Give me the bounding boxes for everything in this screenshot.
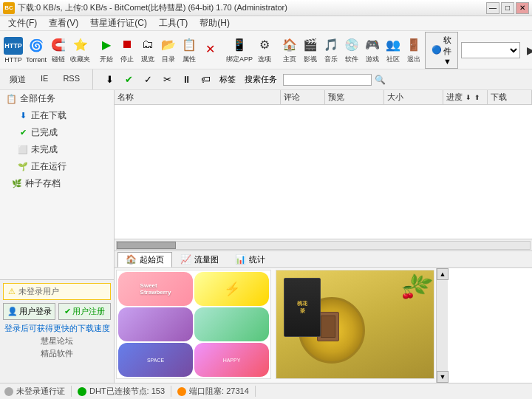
scroll-track-vertical[interactable]: [437, 280, 448, 371]
tb-magnet-button[interactable]: 🧲 磁链: [49, 33, 68, 67]
maximize-button[interactable]: □: [501, 2, 514, 14]
register-icon: ✔: [64, 307, 71, 316]
software-icon: 💿: [343, 35, 361, 53]
task-btn-check[interactable]: ✔: [120, 72, 137, 87]
tb-game-button[interactable]: 🎮 游戏: [363, 33, 382, 67]
tb-community-button[interactable]: 👥 社区: [383, 33, 403, 67]
tb-music-button[interactable]: 🎵 音乐: [321, 33, 341, 67]
sidebar-item-finished-label: 已完成: [31, 126, 58, 139]
unfinished-icon: ⬜: [18, 145, 28, 155]
login-button[interactable]: 👤 用户登录: [3, 303, 55, 320]
tb-prop-button[interactable]: 📋 属性: [180, 33, 199, 67]
prop-icon: 📋: [180, 35, 198, 53]
music-icon: 🎵: [322, 35, 340, 53]
software-link[interactable]: 精品软件: [3, 348, 111, 359]
scroll-down-button[interactable]: ▼: [437, 371, 449, 383]
speed-info[interactable]: 登录后可获得更快的下载速度: [3, 323, 111, 334]
task-btn-cut[interactable]: ✂: [159, 72, 175, 87]
task-btn-download[interactable]: ⬇: [101, 72, 117, 87]
tb-exit-button[interactable]: 🚪 退出: [404, 33, 423, 67]
task-search-input[interactable]: [283, 74, 372, 86]
menu-help[interactable]: 帮助(H): [194, 15, 235, 32]
horizontal-scrollbar[interactable]: [115, 239, 532, 250]
window-controls: — □ ✕: [486, 2, 529, 14]
col-speed-label: 下载: [491, 92, 507, 103]
dht-status-icon: [78, 387, 86, 396]
tb-collect-button[interactable]: ⭐ 收藏夹: [69, 33, 91, 67]
btab-stats-label: 统计: [249, 254, 265, 265]
forum-link[interactable]: 慧星论坛: [3, 335, 111, 347]
task-btn-verify[interactable]: ✓: [140, 72, 156, 87]
tb-http-button[interactable]: HTTP HTTP: [3, 33, 24, 67]
sidebar-item-seeds[interactable]: 🌿 种子存档: [0, 175, 114, 192]
col-comment-label: 评论: [284, 92, 300, 103]
col-comment: 评论: [281, 90, 325, 104]
preview-panel-food: 🌿 🍒 桃花茶: [276, 270, 434, 379]
nav-tab-channel[interactable]: 频道: [3, 72, 33, 87]
menu-file[interactable]: 文件(F): [3, 15, 42, 32]
task-btn-pause[interactable]: ⏸: [178, 72, 194, 87]
tb-torrent-button[interactable]: 🌀 Torrent: [25, 33, 47, 67]
btab-start[interactable]: 🏠 起始页: [117, 252, 172, 267]
stop-icon: ⏹: [118, 35, 136, 53]
tb-start-button[interactable]: ▶ 开始: [97, 33, 116, 67]
downloading-icon: ⬇: [18, 111, 28, 121]
right-scrollbar[interactable]: ▲ ▼: [436, 268, 448, 383]
exit-icon: 🚪: [405, 35, 423, 53]
dht-status-text: DHT已连接节点: 153: [89, 386, 165, 397]
sidebar-item-unfinished[interactable]: ⬜ 未完成: [0, 141, 114, 158]
btab-flow[interactable]: 📈 流量图: [172, 252, 227, 267]
tea-bag-inner: [321, 316, 335, 338]
tb-bindapp-button[interactable]: 📱 绑定APP: [225, 33, 253, 67]
tb-movie-button[interactable]: 🎬 影视: [301, 33, 320, 67]
sidebar-item-all[interactable]: 📋 全部任务: [0, 90, 114, 107]
sidebar-item-running[interactable]: 🌱 正在运行: [0, 158, 114, 175]
tb-view-label: 观览: [141, 55, 154, 64]
scroll-up-button[interactable]: ▲: [437, 268, 449, 280]
magnet-icon: 🧲: [50, 35, 67, 53]
scroll-thumb[interactable]: [117, 242, 176, 249]
menu-comet[interactable]: 彗星通行证(C): [85, 15, 152, 32]
case-item-5: SPACE: [118, 343, 193, 377]
sidebar-item-downloading[interactable]: ⬇ 正在下载: [0, 107, 114, 124]
nav-tab-ie[interactable]: IE: [34, 72, 55, 87]
sidebar-item-all-label: 全部任务: [20, 92, 55, 105]
nav-tab-rss[interactable]: RSS: [56, 72, 86, 87]
search-icon[interactable]: 🔍: [375, 75, 386, 85]
tb-stop-button[interactable]: ⏹ 停止: [117, 33, 137, 67]
seeds-icon: 🌿: [12, 179, 22, 189]
tb-bindapp-label: 绑定APP: [226, 55, 253, 64]
btab-flow-icon: 📈: [180, 254, 191, 265]
tb-option-button[interactable]: ⚙ 选项: [255, 33, 274, 67]
col-size: 大小: [384, 90, 443, 104]
sidebar-item-finished[interactable]: ✔ 已完成: [0, 124, 114, 141]
tb-dir-label: 目录: [162, 55, 175, 64]
register-button[interactable]: ✔ 用户注册: [58, 303, 111, 320]
sidebar-item-seeds-label: 种子存档: [25, 177, 61, 190]
cases-grid: SweetStrawberry ⚡ SPACE HAPPY: [117, 270, 270, 378]
btab-stats[interactable]: 📊 统计: [227, 252, 273, 267]
tb-start-label: 开始: [100, 55, 113, 64]
tb-dir-button[interactable]: 📂 目录: [159, 33, 178, 67]
tb-software-label: 软件: [345, 55, 358, 64]
menu-view[interactable]: 查看(V): [44, 15, 83, 32]
toolbar-combo[interactable]: [461, 42, 520, 58]
task-btn-tag[interactable]: 🏷: [197, 72, 214, 87]
tb-remove-button[interactable]: ✕: [200, 33, 219, 67]
tb-view-button[interactable]: 🗂 观览: [138, 33, 157, 67]
tb-game-label: 游戏: [366, 55, 379, 64]
main-icon: 🏠: [281, 35, 299, 53]
minimize-button[interactable]: —: [486, 2, 499, 14]
case-item-1: SweetStrawberry: [118, 272, 193, 306]
menu-tools[interactable]: 工具(T): [154, 15, 193, 32]
scroll-track[interactable]: [116, 241, 531, 250]
software-download-button[interactable]: 🔵 软件▼: [425, 32, 458, 69]
col-name: 名称: [115, 90, 281, 104]
tb-stop-label: 停止: [120, 55, 134, 64]
task-header: 名称 评论 预览 大小 进度 ⬇ ⬆ 下载: [115, 90, 532, 105]
close-button[interactable]: ✕: [516, 2, 529, 14]
all-tasks-icon: 📋: [6, 94, 17, 104]
tb-main-button[interactable]: 🏠 主页: [280, 33, 299, 67]
tb-software-button[interactable]: 💿 软件: [342, 33, 361, 67]
tb-extra-button[interactable]: ▶: [523, 33, 532, 67]
